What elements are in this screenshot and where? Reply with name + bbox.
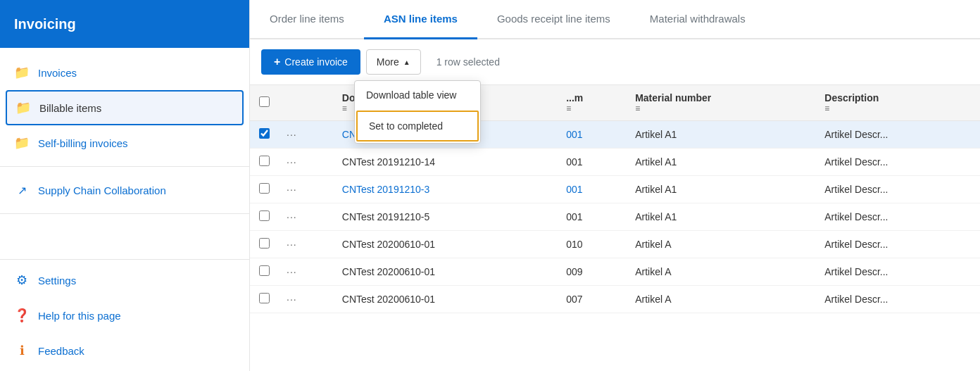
sidebar-divider-2	[0, 213, 249, 214]
table-row: ···CNTest 20200610-01007Artikel AArtikel…	[250, 286, 980, 313]
row-description: Artikel Descr...	[816, 121, 980, 149]
row-context-menu[interactable]: ···	[278, 121, 334, 149]
row-description: Artikel Descr...	[816, 203, 980, 231]
row-checkbox-cell	[250, 231, 278, 258]
row-description: Artikel Descr...	[816, 286, 980, 313]
sidebar-bottom: ⚙ Settings ❓ Help for this page ℹ Feedba…	[0, 259, 249, 371]
row-description: Artikel Descr...	[816, 258, 980, 286]
row-checkbox[interactable]	[259, 128, 270, 139]
filter-icon-desc[interactable]: ≡	[824, 103, 972, 113]
tab-order-line-items[interactable]: Order line items	[250, 0, 364, 39]
row-checkbox[interactable]	[259, 238, 270, 249]
select-all-checkbox[interactable]	[259, 96, 270, 107]
more-button[interactable]: More ▲	[366, 49, 421, 75]
th-item: ...m ≡	[558, 85, 627, 121]
toolbar: + Create invoice More ▲ 1 row selected D…	[250, 39, 980, 85]
row-item: 001	[558, 149, 627, 176]
sidebar-item-help-label: Help for this page	[38, 310, 121, 322]
tab-asn-line-items[interactable]: ASN line items	[364, 0, 477, 39]
row-material-number: Artikel A1	[627, 121, 816, 149]
filter-icon-item[interactable]: ≡	[566, 103, 618, 113]
sidebar-item-settings[interactable]: ⚙ Settings	[0, 263, 249, 298]
row-checkbox-cell	[250, 149, 278, 176]
row-material-number: Artikel A1	[627, 176, 816, 203]
create-invoice-button[interactable]: + Create invoice	[261, 49, 360, 75]
row-context-menu[interactable]: ···	[278, 231, 334, 258]
row-item: 007	[558, 286, 627, 313]
row-material-number: Artikel A1	[627, 203, 816, 231]
row-item: 009	[558, 258, 627, 286]
app-title: Invoicing	[14, 16, 76, 32]
dropdown-set-completed-item[interactable]: Set to completed	[356, 111, 479, 142]
row-item: 010	[558, 231, 627, 258]
table-row: ···CNTest 20191210-5001Artikel A1Artikel…	[250, 203, 980, 231]
th-actions	[278, 85, 334, 121]
more-dropdown-menu: Download table view Set to completed	[354, 80, 481, 144]
row-context-menu[interactable]: ···	[278, 203, 334, 231]
folder-icon-billable: 📁	[15, 100, 31, 115]
row-document-number[interactable]: CNTest 20191210-3	[334, 176, 558, 203]
row-material-number: Artikel A	[627, 231, 816, 258]
sidebar-item-invoices[interactable]: 📁 Invoices	[0, 55, 249, 90]
filter-icon-material[interactable]: ≡	[635, 103, 808, 113]
row-item: 001	[558, 203, 627, 231]
row-context-menu[interactable]: ···	[278, 149, 334, 176]
table-row: ···CNTest 20200610-01009Artikel AArtikel…	[250, 258, 980, 286]
row-context-menu[interactable]: ···	[278, 258, 334, 286]
dropdown-download-item[interactable]: Download table view	[355, 81, 480, 109]
row-document-number: CNTest 20200610-01	[334, 286, 558, 313]
row-item[interactable]: 001	[558, 176, 627, 203]
info-icon: ℹ	[14, 343, 30, 358]
table-row: ···CNTest 20200610-01010Artikel AArtikel…	[250, 231, 980, 258]
row-checkbox-cell	[250, 258, 278, 286]
tabs-bar: Order line items ASN line items Goods re…	[250, 0, 980, 39]
row-checkbox[interactable]	[259, 210, 270, 221]
table-body: ···CNTest 20191210-12001Artikel A1Artike…	[250, 121, 980, 313]
row-item[interactable]: 001	[558, 121, 627, 149]
row-checkbox-cell	[250, 203, 278, 231]
row-context-menu[interactable]: ···	[278, 176, 334, 203]
row-checkbox-cell	[250, 176, 278, 203]
tab-goods-receipt[interactable]: Goods receipt line items	[477, 0, 630, 39]
caret-down-icon: ▲	[403, 58, 410, 66]
th-checkbox	[250, 85, 278, 121]
row-description: Artikel Descr...	[816, 231, 980, 258]
sidebar-item-help[interactable]: ❓ Help for this page	[0, 298, 249, 333]
th-material-number: Material number ≡	[627, 85, 816, 121]
row-checkbox[interactable]	[259, 156, 270, 166]
table-row: ···CNTest 20191210-14001Artikel A1Artike…	[250, 149, 980, 176]
row-checkbox[interactable]	[259, 265, 270, 276]
row-selected-count: 1 row selected	[427, 50, 510, 74]
row-description: Artikel Descr...	[816, 149, 980, 176]
sidebar-header: Invoicing	[0, 0, 249, 48]
sidebar-item-supply-chain[interactable]: ↗ Supply Chain Collaboration	[0, 172, 249, 208]
row-material-number: Artikel A1	[627, 149, 816, 176]
tab-material-withdrawals[interactable]: Material withdrawals	[630, 0, 765, 39]
sidebar-item-billable-items[interactable]: 📁 Billable items	[6, 90, 244, 125]
sidebar-item-supply-chain-label: Supply Chain Collaboration	[38, 184, 166, 196]
sidebar-item-self-billing[interactable]: 📁 Self-billing invoices	[0, 125, 249, 161]
row-context-menu[interactable]: ···	[278, 286, 334, 313]
sidebar-item-feedback[interactable]: ℹ Feedback	[0, 333, 249, 368]
table-row: ···CNTest 20191210-3001Artikel A1Artikel…	[250, 176, 980, 203]
gear-icon: ⚙	[14, 272, 30, 288]
sidebar-item-settings-label: Settings	[38, 275, 76, 287]
row-checkbox-cell	[250, 121, 278, 149]
row-document-number: CNTest 20191210-5	[334, 203, 558, 231]
row-description: Artikel Descr...	[816, 176, 980, 203]
plus-icon: +	[274, 56, 280, 68]
row-material-number: Artikel A	[627, 286, 816, 313]
sidebar-nav: 📁 Invoices 📁 Billable items 📁 Self-billi…	[0, 48, 249, 259]
row-document-number: CNTest 20191210-14	[334, 149, 558, 176]
row-checkbox[interactable]	[259, 183, 270, 194]
th-description: Description ≡	[816, 85, 980, 121]
row-document-number: CNTest 20200610-01	[334, 231, 558, 258]
external-link-icon: ↗	[14, 182, 30, 198]
row-checkbox[interactable]	[259, 293, 270, 303]
sidebar-item-feedback-label: Feedback	[38, 345, 84, 357]
sidebar: Invoicing 📁 Invoices 📁 Billable items 📁 …	[0, 0, 250, 371]
more-label: More	[377, 56, 399, 68]
folder-icon-self-billing: 📁	[14, 135, 30, 151]
help-icon: ❓	[14, 308, 30, 323]
row-document-number: CNTest 20200610-01	[334, 258, 558, 286]
